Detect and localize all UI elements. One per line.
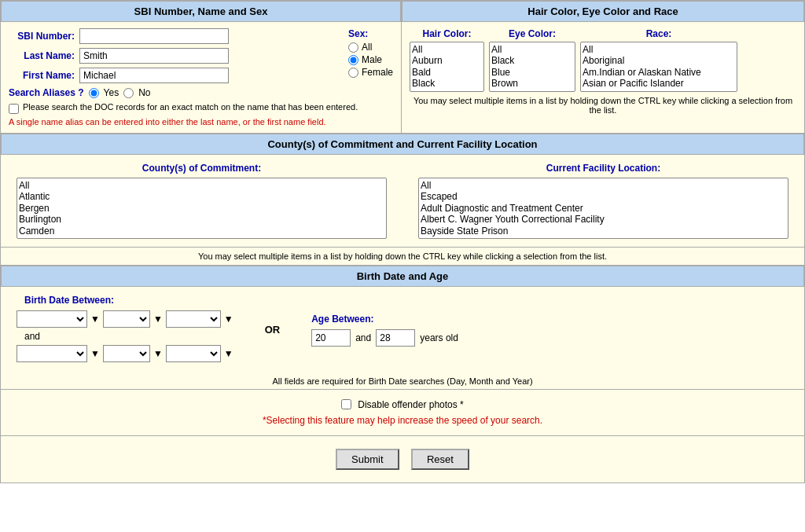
birth-day-2-select[interactable] (103, 345, 150, 362)
disable-photos-checkbox[interactable] (341, 399, 351, 409)
county-section: County(s) of Commitment and Current Faci… (0, 134, 805, 266)
birth-note: All fields are required for Birth Date s… (1, 373, 804, 389)
her-section-header: Hair Color, Eye Color and Race (402, 1, 804, 22)
race-label: Race: (580, 28, 737, 39)
sbi-input[interactable] (79, 28, 229, 44)
hair-color-label: Hair Color: (410, 28, 484, 39)
race-listbox[interactable]: All Aboriginal Am.Indian or Alaskan Nati… (580, 42, 737, 92)
birth-year-2-select[interactable] (166, 345, 221, 362)
submit-button[interactable]: Submit (336, 449, 399, 470)
aliases-no-radio[interactable] (123, 88, 134, 98)
eye-color-col: Eye Color: All Black Blue Brown (489, 28, 575, 92)
sex-male-radio[interactable] (348, 55, 358, 65)
submit-section: Submit Reset (0, 436, 805, 483)
birth-date-label: Birth Date Between: (24, 295, 114, 306)
eye-color-listbox[interactable]: All Black Blue Brown (489, 42, 575, 92)
facility-location-label: Current Facility Location: (418, 163, 788, 174)
and-text: and (24, 331, 40, 342)
photo-note: *Selecting this feature may help increas… (10, 415, 795, 426)
aliases-yes-label: Yes (104, 87, 119, 98)
birth-date-group: Birth Date Between: ▼ ▼ ▼ an (17, 295, 233, 365)
first-name-input[interactable] (79, 68, 229, 83)
sbi-name-sex-panel: SBI Number: Last Name: First Name: Sex: (1, 22, 402, 133)
aliases-label: Search Aliases ? (9, 87, 84, 98)
sex-label: Sex: (348, 28, 393, 39)
sbi-label: SBI Number: (9, 31, 79, 42)
hair-color-col: Hair Color: All Auburn Bald Black (410, 28, 484, 92)
facility-location-listbox[interactable]: All Escaped Adult Diagnostic and Treatme… (418, 178, 788, 239)
chevron-down-icon-3: ▼ (224, 314, 233, 325)
county-commitment-col: County(s) of Commitment: All Atlantic Be… (17, 163, 387, 239)
sex-all-radio[interactable] (348, 42, 358, 53)
photo-section: Disable offender photos * *Selecting thi… (0, 390, 805, 436)
sex-all-label: All (362, 42, 372, 53)
birth-section-header: Birth Date and Age (1, 266, 804, 287)
her-panel: Hair Color: All Auburn Bald Black Eye Co… (402, 22, 804, 133)
race-col: Race: All Aboriginal Am.Indian or Alaska… (580, 28, 737, 92)
facility-location-col: Current Facility Location: All Escaped A… (418, 163, 788, 239)
county-note: You may select multiple items in a list … (1, 247, 804, 265)
her-note: You may select multiple items in a list … (410, 96, 796, 115)
aliases-yes-radio[interactable] (89, 88, 99, 98)
aliases-no-label: No (138, 87, 150, 98)
county-section-header: County(s) of Commitment and Current Faci… (1, 134, 804, 155)
chevron-down-icon-2: ▼ (153, 314, 163, 325)
sbi-section-header: SBI Number, Name and Sex (1, 1, 401, 22)
warning-text: A single name alias can be entered into … (9, 117, 393, 127)
sex-female-radio[interactable] (348, 68, 358, 78)
age-to-input[interactable] (376, 329, 415, 347)
chevron-down-icon-5: ▼ (153, 348, 163, 359)
last-name-label: Last Name: (9, 50, 79, 61)
age-group: Age Between: and years old (311, 314, 458, 347)
hair-color-listbox[interactable]: All Auburn Bald Black (410, 42, 484, 92)
reset-button[interactable]: Reset (411, 449, 469, 470)
info-text: Please search the DOC records for an exa… (23, 102, 358, 112)
sex-female-label: Female (362, 67, 393, 78)
years-old-text: years old (420, 332, 458, 343)
age-from-input[interactable] (311, 329, 351, 347)
first-name-label: First Name: (9, 70, 79, 81)
birth-month-2-select[interactable] (17, 345, 87, 362)
chevron-down-icon-1: ▼ (90, 314, 100, 325)
birth-year-1-select[interactable] (166, 310, 221, 328)
sex-male-label: Male (362, 54, 382, 65)
aliases-row: Search Aliases ? Yes No (9, 87, 393, 98)
disable-photos-label: Disable offender photos * (358, 399, 464, 410)
eye-color-label: Eye Color: (489, 28, 575, 39)
last-name-input[interactable] (79, 48, 229, 64)
birth-day-1-select[interactable] (103, 310, 150, 328)
page-wrapper: SBI Number, Name and Sex Hair Color, Eye… (0, 0, 805, 483)
exact-match-checkbox[interactable] (9, 104, 19, 114)
chevron-down-icon-4: ▼ (90, 348, 100, 359)
chevron-down-icon-6: ▼ (224, 348, 233, 359)
county-commitment-label: County(s) of Commitment: (17, 163, 387, 174)
birth-section: Birth Date and Age Birth Date Between: ▼… (0, 266, 805, 390)
sex-section: Sex: All Male Female (348, 28, 393, 79)
or-text: OR (265, 324, 281, 336)
birth-month-1-select[interactable] (17, 310, 87, 328)
age-label: Age Between: (311, 314, 373, 325)
age-and-text: and (355, 332, 371, 343)
county-commitment-listbox[interactable]: All Atlantic Bergen Burlington Camden (17, 178, 387, 239)
